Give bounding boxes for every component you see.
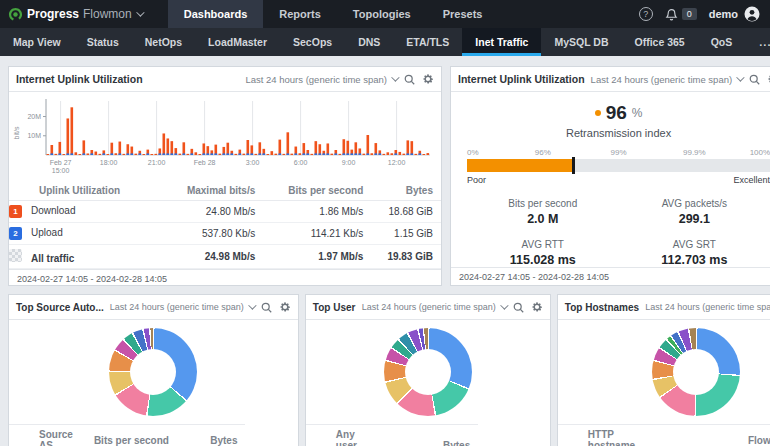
svg-text:Feb 28: Feb 28 (194, 159, 216, 166)
col-uplink-utilization[interactable]: Uplink Utilization (9, 181, 164, 201)
gauge-fill (467, 159, 573, 172)
series-badge: 2 (9, 227, 22, 240)
panel-internet-uplink-stats: Internet Uplink Utilization Last 24 hour… (450, 66, 770, 286)
panel-title: Top User (313, 302, 356, 313)
top-source-donut[interactable] (109, 328, 197, 416)
gauge-min-label: Poor (467, 175, 486, 185)
nav-item-presets[interactable]: Presets (427, 0, 499, 28)
tab-qos[interactable]: QoS (698, 28, 746, 56)
panel-header: Internet Uplink Utilization Last 24 hour… (9, 67, 441, 92)
tab-status[interactable]: Status (74, 28, 132, 56)
uplink-traffic-chart: Feb 2715:0018:0021:00Feb 283:006:009:001… (12, 97, 438, 179)
svg-text:21:00: 21:00 (148, 159, 166, 166)
nav-item-reports[interactable]: Reports (263, 0, 337, 28)
more-tabs-icon[interactable]: ... (745, 28, 770, 56)
dashboard-content: Internet Uplink Utilization Last 24 hour… (0, 56, 770, 446)
col-bytes[interactable]: Bytes (177, 425, 246, 446)
notifications[interactable]: 0 (665, 8, 697, 21)
tab-netops[interactable]: NetOps (132, 28, 195, 56)
col-source-as[interactable]: Source AS (9, 425, 81, 446)
tab-loadmaster[interactable]: LoadMaster (195, 28, 280, 56)
traffic-chart[interactable]: Feb 2715:0018:0021:00Feb 283:006:009:001… (9, 92, 441, 181)
panel-timespan-dropdown[interactable]: Last 24 hours (generic time span) (645, 302, 770, 312)
brand-chevron-down-icon[interactable] (136, 8, 144, 16)
col-bits-per-second[interactable]: Bits per second (81, 425, 177, 446)
nav-item-dashboards[interactable]: Dashboards (168, 0, 264, 28)
search-icon[interactable] (749, 74, 760, 85)
svg-text:10M: 10M (27, 132, 41, 139)
nav-item-topologies[interactable]: Topologies (337, 0, 427, 28)
tab-dns[interactable]: DNS (345, 28, 393, 56)
gear-icon[interactable] (279, 301, 291, 313)
stat-value: 299.1 (619, 212, 770, 226)
gear-icon[interactable] (422, 73, 434, 85)
panel-timespan-dropdown[interactable]: Last 24 hours (generic time span) (362, 302, 506, 312)
tab-eta-tls[interactable]: ETA/TLS (393, 28, 462, 56)
search-icon[interactable] (404, 74, 415, 85)
gauge-label: Retransmission index (467, 127, 770, 139)
flowmon-app: Progress Flowmon Dashboards Reports Topo… (0, 0, 770, 446)
stat-label: Bits per second (467, 198, 619, 209)
panel-top-hostnames: Top Hostnames Last 24 hours (generic tim… (557, 294, 770, 446)
gauge-tick: 0% (467, 148, 479, 157)
donut-hole (405, 349, 451, 395)
col-user-identity[interactable]: Any user identity (306, 425, 380, 446)
user-menu[interactable]: demo (709, 6, 760, 22)
row-bytes: 19.83 GiB (371, 245, 441, 269)
col-bits-per-second[interactable]: Bits per second (263, 181, 371, 201)
top-hostnames-donut[interactable] (652, 328, 740, 416)
col-maximal-bits[interactable]: Maximal bits/s (164, 181, 263, 201)
svg-text:Feb 2715:00: Feb 2715:00 (50, 159, 72, 174)
gauge-marker (572, 157, 575, 174)
stat-label: AVG packets/s (619, 198, 770, 209)
col-bytes[interactable]: Bytes (371, 181, 441, 201)
panel-top-user: Top User Last 24 hours (generic time spa… (305, 294, 551, 446)
row-label: Upload (31, 227, 63, 238)
col-http-hostname[interactable]: HTTP hostname (558, 425, 643, 446)
gauge-dot-icon (595, 110, 601, 116)
help-icon[interactable]: ? (639, 7, 653, 21)
donut-chart[interactable] (558, 320, 770, 424)
stat-bits-per-second: Bits per second 2.0 M (467, 198, 619, 226)
panel-timespan-label: Last 24 hours (generic time span) (645, 302, 770, 312)
panel-timespan-dropdown[interactable]: Last 24 hours (generic time span) (591, 74, 743, 85)
brand[interactable]: Progress Flowmon (0, 0, 152, 28)
donut-chart[interactable] (9, 320, 298, 424)
top-user-donut[interactable] (384, 328, 472, 416)
row-max: 537.80 Kb/s (164, 223, 263, 245)
uplink-table: Uplink Utilization Maximal bits/s Bits p… (9, 181, 441, 269)
table-row-upload[interactable]: 2Upload 537.80 Kb/s 114.21 Kb/s 1.15 GiB (9, 223, 441, 245)
tab-map-view[interactable]: Map View (0, 28, 74, 56)
table-row-download[interactable]: 1Download 24.80 Mb/s 1.86 Mb/s 18.68 GiB (9, 201, 441, 223)
gauge-body: 96 % Retransmission index 0% 96% 99% 99.… (451, 92, 770, 267)
donut-hole (130, 349, 176, 395)
panel-header: Top User Last 24 hours (generic time spa… (306, 295, 550, 320)
tab-office-365[interactable]: Office 365 (621, 28, 697, 56)
panel-timespan-label: Last 24 hours (generic time span) (362, 302, 496, 312)
stat-avg-packets: AVG packets/s 299.1 (619, 198, 770, 226)
search-icon[interactable] (513, 302, 524, 313)
donut-chart[interactable] (306, 320, 550, 424)
table-row-all-traffic[interactable]: All traffic 24.98 Mb/s 1.97 Mb/s 19.83 G… (9, 245, 441, 269)
panel-timespan-dropdown[interactable]: Last 24 hours (generic time span) (110, 302, 254, 312)
row-bps: 1.86 Mb/s (263, 201, 371, 223)
panel-timespan-dropdown[interactable]: Last 24 hours (generic time span) (245, 74, 397, 85)
tab-inet-traffic[interactable]: Inet Traffic (462, 28, 541, 56)
panel-header: Internet Uplink Utilization Last 24 hour… (451, 67, 770, 92)
col-flows[interactable]: Flows (643, 425, 770, 446)
time-range-footer: 2024-02-27 14:05 - 2024-02-28 14:05 (451, 267, 770, 286)
stat-value: 115.028 ms (467, 253, 619, 267)
user-name: demo (709, 8, 738, 20)
gear-icon[interactable] (531, 301, 543, 313)
panel-timespan-label: Last 24 hours (generic time span) (110, 302, 244, 312)
search-icon[interactable] (261, 302, 272, 313)
col-bytes[interactable]: Bytes (379, 425, 478, 446)
progress-logo-icon (8, 7, 23, 22)
gauge-track (467, 159, 770, 172)
top-bar: Progress Flowmon Dashboards Reports Topo… (0, 0, 770, 28)
dashboard-tab-bar: Map View Status NetOps LoadMaster SecOps… (0, 28, 770, 56)
tab-secops[interactable]: SecOps (280, 28, 345, 56)
tab-mysql-db[interactable]: MySQL DB (541, 28, 621, 56)
row-max: 24.98 Mb/s (164, 245, 263, 269)
topbar-right: ? 0 demo (639, 0, 770, 28)
